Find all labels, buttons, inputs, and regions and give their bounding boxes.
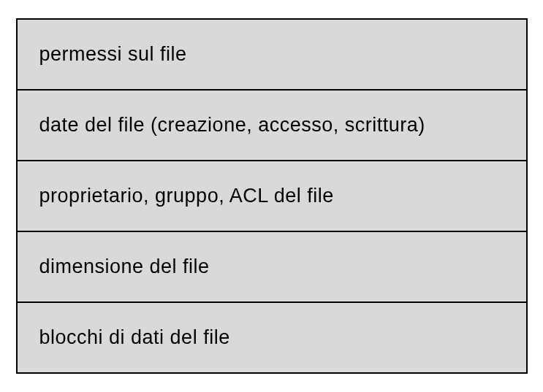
table-row: permessi sul file	[18, 20, 526, 91]
table-row: blocchi di dati del file	[18, 303, 526, 372]
file-attributes-table: permessi sul file date del file (creazio…	[16, 18, 528, 374]
table-row: date del file (creazione, accesso, scrit…	[18, 91, 526, 161]
table-row: proprietario, gruppo, ACL del file	[18, 161, 526, 232]
table-row: dimensione del file	[18, 232, 526, 303]
